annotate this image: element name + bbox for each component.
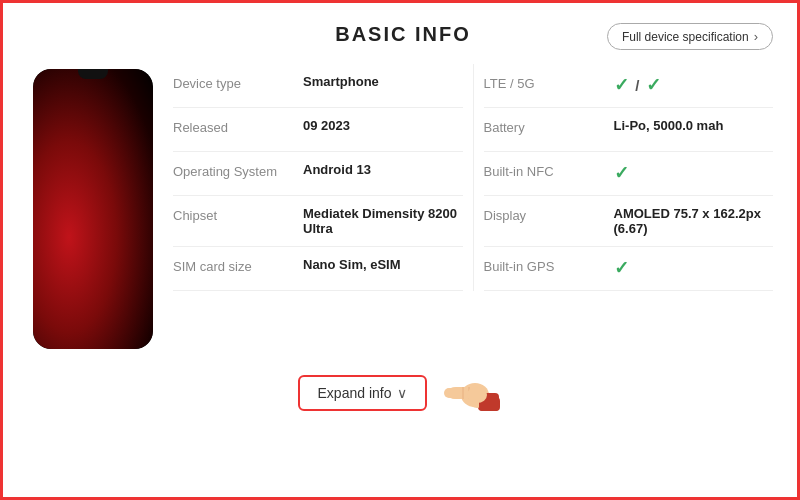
label-nfc: Built-in NFC [484, 162, 614, 179]
page-container: BASIC INFO Full device specification › D… [3, 3, 800, 500]
phone-notch [78, 69, 108, 79]
specs-col-right: LTE / 5G ✓ / ✓ Battery Li-Po, 5000.0 mah… [484, 64, 774, 291]
spec-row-lte: LTE / 5G ✓ / ✓ [484, 64, 774, 108]
label-released: Released [173, 118, 303, 135]
value-nfc: ✓ [614, 162, 774, 184]
spec-row-released: Released 09 2023 [173, 108, 463, 152]
label-display: Display [484, 206, 614, 223]
value-device-type: Smartphone [303, 74, 463, 89]
label-gps: Built-in GPS [484, 257, 614, 274]
main-content: Device type Smartphone Released 09 2023 … [33, 64, 773, 349]
check-nfc-icon: ✓ [614, 163, 629, 183]
spec-row-chipset: Chipset Mediatek Dimensity 8200 Ultra [173, 196, 463, 247]
spec-row-device-type: Device type Smartphone [173, 64, 463, 108]
column-divider [473, 64, 474, 291]
expand-area: Expand info ∨ [33, 365, 773, 420]
check-lte-icon: ✓ [614, 75, 629, 95]
chevron-right-icon: › [754, 29, 758, 44]
label-device-type: Device type [173, 74, 303, 91]
value-battery: Li-Po, 5000.0 mah [614, 118, 774, 133]
value-display: AMOLED 75.7 x 162.2px (6.67) [614, 206, 774, 236]
check-5g-icon: ✓ [646, 75, 661, 95]
label-lte: LTE / 5G [484, 74, 614, 91]
full-spec-label: Full device specification [622, 30, 749, 44]
check-gps-icon: ✓ [614, 258, 629, 278]
phone-image [33, 69, 153, 349]
spec-row-os: Operating System Android 13 [173, 152, 463, 196]
spec-row-display: Display AMOLED 75.7 x 162.2px (6.67) [484, 196, 774, 247]
expand-info-button[interactable]: Expand info ∨ [298, 375, 428, 411]
label-chipset: Chipset [173, 206, 303, 223]
slash-icon: / [635, 77, 639, 94]
value-gps: ✓ [614, 257, 774, 279]
spec-row-battery: Battery Li-Po, 5000.0 mah [484, 108, 774, 152]
label-battery: Battery [484, 118, 614, 135]
label-sim: SIM card size [173, 257, 303, 274]
spec-row-sim: SIM card size Nano Sim, eSIM [173, 247, 463, 291]
value-lte: ✓ / ✓ [614, 74, 774, 96]
phone-screen [33, 69, 153, 349]
spec-row-gps: Built-in GPS ✓ [484, 247, 774, 291]
value-sim: Nano Sim, eSIM [303, 257, 463, 272]
specs-col-left: Device type Smartphone Released 09 2023 … [173, 64, 463, 291]
spec-row-nfc: Built-in NFC ✓ [484, 152, 774, 196]
chevron-down-icon: ∨ [397, 385, 407, 401]
value-os: Android 13 [303, 162, 463, 177]
hand-cursor-icon [443, 365, 508, 420]
svg-point-8 [467, 387, 487, 403]
label-os: Operating System [173, 162, 303, 179]
specs-table: Device type Smartphone Released 09 2023 … [173, 64, 773, 291]
value-released: 09 2023 [303, 118, 463, 133]
full-spec-button[interactable]: Full device specification › [607, 23, 773, 50]
expand-info-label: Expand info [318, 385, 392, 401]
value-chipset: Mediatek Dimensity 8200 Ultra [303, 206, 463, 236]
